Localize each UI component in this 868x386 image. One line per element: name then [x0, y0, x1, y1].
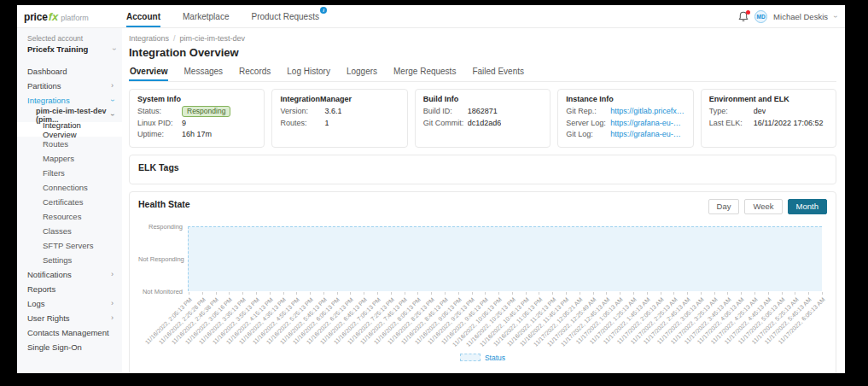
- tab-merge-requests[interactable]: Merge Requests: [393, 65, 457, 81]
- pricefx-logo[interactable]: pricefxplatform: [24, 10, 106, 23]
- sidebar-item-settings[interactable]: Settings: [17, 253, 122, 267]
- navbar-right: MD Michael Deskis ›: [738, 10, 836, 23]
- chart-legend: Status: [138, 354, 827, 362]
- info-row-type: Type:dev: [709, 106, 828, 118]
- info-row-label: Git Commit:: [423, 118, 468, 130]
- info-row-label: Status:: [137, 106, 182, 118]
- sidebar-item-classes[interactable]: Classes: [17, 224, 122, 238]
- x-axis-tick: [593, 292, 594, 295]
- sidebar-item-label: Certificates: [43, 197, 84, 207]
- sidebar-item-partitions[interactable]: Partitions›: [17, 79, 122, 93]
- info-row-value: dc1d2ad6: [468, 118, 502, 130]
- x-axis-tick: [391, 292, 392, 295]
- tab-messages[interactable]: Messages: [183, 65, 224, 81]
- range-month-button[interactable]: Month: [788, 199, 827, 214]
- sidebar-item-contacts-management[interactable]: Contacts Management: [17, 325, 122, 340]
- info-row-label: Uptime:: [137, 129, 182, 141]
- account-dropdown[interactable]: Pricefx Training ›: [27, 44, 115, 54]
- logo-price-text: price: [24, 11, 48, 23]
- x-axis-tick: [364, 292, 364, 295]
- range-day-button[interactable]: Day: [708, 199, 740, 214]
- info-cards-row: System InfoStatus:RespondingLinux PID:9U…: [129, 89, 836, 148]
- info-card-instance-info: Instance InfoGit Rep.:https://gitlab.pri…: [557, 89, 693, 148]
- legend-status-label[interactable]: Status: [485, 354, 505, 362]
- logo-platform-text: platform: [61, 14, 89, 22]
- tab-failed-events[interactable]: Failed Events: [471, 65, 525, 81]
- tab-overview[interactable]: Overview: [129, 65, 168, 81]
- sidebar-item-user-rights[interactable]: User Rights›: [17, 311, 122, 325]
- sidebar-item-integrations[interactable]: Integrations›: [17, 93, 122, 108]
- sidebar-item-filters[interactable]: Filters: [17, 166, 122, 180]
- logo-fx-text: fx: [49, 10, 59, 23]
- info-row-link[interactable]: https://grafana-eu-west-1.pr...: [610, 129, 684, 141]
- x-axis-tick: [202, 292, 203, 295]
- chevron-right-icon: ›: [111, 314, 114, 322]
- sidebar-item-single-sign-on[interactable]: Single Sign-On: [17, 340, 122, 354]
- x-axis-tick: [566, 292, 567, 295]
- tab-loggers[interactable]: Loggers: [346, 65, 378, 81]
- nav-label: Product Requests: [251, 12, 319, 21]
- x-axis-tick: [539, 292, 539, 295]
- x-axis-tick: [242, 292, 243, 295]
- x-axis-tick: [445, 292, 446, 295]
- user-name[interactable]: Michael Deskis: [773, 12, 828, 21]
- legend-swatch-icon: [460, 354, 481, 361]
- breadcrumb-integrations[interactable]: Integrations: [129, 34, 169, 43]
- x-axis-tick: [661, 292, 661, 295]
- info-row-routes: Routes:1: [280, 118, 399, 130]
- notification-bell-icon[interactable]: [738, 11, 749, 22]
- nav-product-requests[interactable]: Product Requestsi: [251, 5, 319, 27]
- x-axis-tick: [417, 292, 418, 295]
- y-axis-label: Not Responding: [138, 254, 183, 262]
- x-axis-tick: [580, 292, 580, 295]
- info-row-link[interactable]: https://gitlab.pricefx.eu/integr...: [610, 106, 684, 118]
- sidebar-nav: DashboardPartitions›Integrations›pim-cie…: [17, 64, 122, 354]
- x-axis-tick: [485, 292, 486, 295]
- sidebar-item-connections[interactable]: Connections: [17, 180, 122, 195]
- sidebar-item-label: Notifications: [27, 270, 72, 279]
- chevron-down-icon[interactable]: ›: [831, 15, 839, 18]
- elk-tags-title: ELK Tags: [138, 162, 827, 173]
- x-axis-tick: [256, 292, 257, 295]
- x-axis-tick: [472, 292, 473, 295]
- info-row-status: Status:Responding: [137, 106, 256, 118]
- sidebar-item-notifications[interactable]: Notifications›: [17, 267, 122, 282]
- sidebar-item-label: Dashboard: [27, 67, 67, 76]
- info-row-label: Git Rep.:: [566, 106, 610, 118]
- info-row-value: dev: [754, 106, 766, 118]
- tab-records[interactable]: Records: [238, 65, 271, 81]
- account-selector: Selected account Pricefx Training ›: [17, 34, 122, 54]
- x-axis-tick: [216, 292, 217, 295]
- x-axis-tick: [310, 292, 311, 295]
- info-row-link[interactable]: https://grafana-eu-west-1.pr...: [610, 118, 684, 130]
- sidebar-item-sftp-servers[interactable]: SFTP Servers: [17, 238, 122, 253]
- nav-marketplace[interactable]: Marketplace: [183, 5, 229, 27]
- sidebar-item-routes[interactable]: Routes: [17, 137, 122, 151]
- chevron-down-icon: ›: [108, 99, 116, 102]
- range-week-button[interactable]: Week: [744, 199, 782, 214]
- nav-account[interactable]: Account: [126, 5, 160, 27]
- tab-log-history[interactable]: Log History: [286, 65, 331, 81]
- sidebar-item-mappers[interactable]: Mappers: [17, 151, 122, 166]
- sidebar-item-label: Logs: [27, 299, 45, 308]
- info-row-label: Version:: [280, 106, 324, 118]
- app-window: pricefxplatform AccountMarketplaceProduc…: [17, 5, 845, 373]
- sidebar-item-resources[interactable]: Resources: [17, 209, 122, 224]
- info-row-uptime: Uptime:16h 17m: [137, 129, 256, 141]
- sidebar-item-integration-overview[interactable]: Integration Overview: [17, 122, 122, 137]
- x-axis-tick: [808, 292, 809, 295]
- sidebar-item-logs[interactable]: Logs›: [17, 296, 122, 311]
- sidebar-item-dashboard[interactable]: Dashboard: [17, 64, 122, 79]
- user-avatar[interactable]: MD: [754, 10, 767, 23]
- x-axis-tick: [795, 292, 795, 295]
- sidebar-item-certificates[interactable]: Certificates: [17, 195, 122, 209]
- chevron-right-icon: ›: [111, 82, 114, 90]
- sidebar-item-reports[interactable]: Reports: [17, 282, 122, 296]
- sidebar-item-label: Partitions: [27, 81, 61, 91]
- info-card-system-info: System InfoStatus:RespondingLinux PID:9U…: [129, 89, 265, 148]
- info-row-label: Linux PID:: [137, 118, 182, 130]
- breadcrumb-current: pim-cie-im-test-dev: [180, 34, 246, 43]
- x-axis-tick: [782, 292, 783, 295]
- info-row-last-elk: Last ELK:16/11/2022 17:06:52: [709, 118, 828, 130]
- x-axis-tick: [701, 292, 702, 295]
